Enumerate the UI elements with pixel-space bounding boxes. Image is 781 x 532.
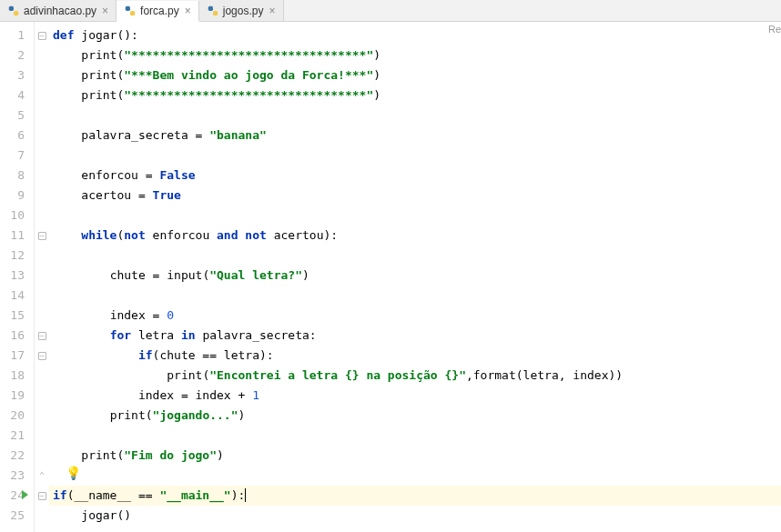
line-number: 6 [0, 125, 34, 146]
code-line[interactable]: print("Encontrei a letra {} na posição {… [49, 366, 781, 386]
fold-cell[interactable]: − [35, 226, 49, 246]
fold-toggle-icon[interactable]: − [38, 32, 46, 40]
fold-cell [35, 426, 49, 446]
svg-rect-3 [130, 11, 135, 15]
line-number: 15 [0, 306, 34, 326]
line-number: 10 [0, 206, 34, 226]
fold-cell[interactable]: ⌃ [35, 466, 49, 486]
code-line[interactable]: while(not enforcou and not acertou): [49, 226, 781, 246]
line-number: 2 [0, 45, 34, 65]
line-number: 19 [0, 386, 34, 406]
fold-cell[interactable]: − [35, 346, 49, 366]
editor-tabbar: adivinhacao.py × forca.py × jogos.py × [0, 0, 781, 22]
code-line[interactable]: index = index + 1 [49, 386, 781, 406]
line-number: 11 [0, 226, 34, 246]
close-icon[interactable]: × [269, 5, 275, 16]
svg-rect-1 [14, 11, 18, 15]
fold-cell [35, 146, 49, 166]
code-line[interactable]: palavra_secreta = "banana" [49, 125, 781, 146]
fold-cell [35, 386, 49, 406]
python-file-icon [207, 5, 219, 17]
fold-cell [35, 446, 49, 466]
python-file-icon [7, 5, 20, 17]
line-number: 17 [0, 346, 34, 366]
code-line[interactable]: for letra in palavra_secreta: [49, 326, 781, 346]
svg-rect-2 [126, 5, 130, 10]
tab-adivinhacao[interactable]: adivinhacao.py × [0, 0, 117, 21]
line-number: 5 [0, 105, 34, 125]
intention-bulb-icon[interactable]: 💡 [66, 466, 81, 480]
line-number: 13 [0, 266, 34, 286]
close-icon[interactable]: × [185, 5, 191, 16]
fold-cell [35, 65, 49, 85]
fold-cell [35, 105, 49, 125]
code-line[interactable] [49, 426, 781, 446]
fold-cell [35, 286, 49, 306]
tab-label: adivinhacao.py [24, 5, 96, 17]
code-line[interactable] [49, 286, 781, 306]
svg-rect-5 [213, 11, 218, 15]
code-line[interactable] [49, 146, 781, 166]
python-file-icon [124, 5, 137, 17]
line-number: 16 [0, 326, 34, 346]
svg-rect-0 [9, 5, 14, 10]
code-line[interactable]: print("Fim do jogo") [49, 446, 781, 466]
code-editor[interactable]: 1234567891011121314151617181920212223242… [0, 22, 781, 532]
close-icon[interactable]: × [102, 5, 108, 16]
code-line[interactable]: print("*********************************… [49, 45, 781, 65]
line-number: 4 [0, 85, 34, 105]
svg-rect-4 [208, 5, 213, 10]
run-gutter-icon[interactable] [22, 490, 28, 499]
fold-toggle-icon[interactable]: − [38, 232, 46, 240]
fold-toggle-icon[interactable]: − [38, 492, 46, 500]
code-area[interactable]: def jogar(): print("********************… [49, 22, 781, 532]
fold-cell [35, 306, 49, 326]
fold-cell [35, 406, 49, 426]
line-number: 18 [0, 366, 34, 386]
line-number: 8 [0, 166, 34, 186]
code-line[interactable]: def jogar(): [49, 25, 781, 45]
fold-cell [35, 246, 49, 266]
fold-cell [35, 166, 49, 186]
tab-label: jogos.py [223, 5, 264, 17]
fold-cell [35, 266, 49, 286]
code-line[interactable]: acertou = True [49, 186, 781, 206]
text-caret [245, 488, 246, 502]
fold-cell [35, 45, 49, 65]
tab-forca[interactable]: forca.py × [117, 1, 199, 22]
code-line[interactable]: if(chute == letra): [49, 346, 781, 366]
line-number-gutter: 1234567891011121314151617181920212223242… [0, 22, 35, 532]
code-line[interactable] [49, 206, 781, 226]
line-number: 22 [0, 446, 34, 466]
line-number: 1 [0, 25, 34, 45]
fold-toggle-icon[interactable]: − [38, 332, 46, 340]
line-number: 23 [0, 466, 34, 486]
line-number: 7 [0, 146, 34, 166]
fold-cell[interactable]: − [35, 326, 49, 346]
code-line[interactable]: print("***Bem vindo ao jogo da Forca!***… [49, 65, 781, 85]
tab-jogos[interactable]: jogos.py × [199, 0, 284, 21]
code-line[interactable]: chute = input("Qual letra?") [49, 266, 781, 286]
code-line[interactable] [49, 246, 781, 266]
line-number: 24 [0, 486, 34, 506]
line-number: 21 [0, 426, 34, 446]
code-line[interactable] [49, 105, 781, 125]
fold-cell [35, 85, 49, 105]
line-number: 3 [0, 65, 34, 85]
code-line[interactable]: print("*********************************… [49, 85, 781, 105]
fold-cell[interactable]: − [35, 486, 49, 506]
tab-label: forca.py [140, 5, 179, 17]
code-line[interactable]: index = 0 [49, 306, 781, 326]
fold-toggle-icon[interactable]: − [38, 352, 46, 360]
fold-cell[interactable]: − [35, 25, 49, 45]
fold-cell [35, 506, 49, 526]
line-number: 14 [0, 286, 34, 306]
fold-cell [35, 366, 49, 386]
code-line[interactable] [49, 466, 781, 486]
code-line[interactable]: jogar() [49, 506, 781, 526]
code-line[interactable]: print("jogando...") [49, 406, 781, 426]
fold-cell [35, 125, 49, 146]
code-line[interactable]: enforcou = False [49, 166, 781, 186]
code-line[interactable]: if(__name__ == "__main__"): [49, 486, 781, 506]
line-number: 12 [0, 246, 34, 266]
